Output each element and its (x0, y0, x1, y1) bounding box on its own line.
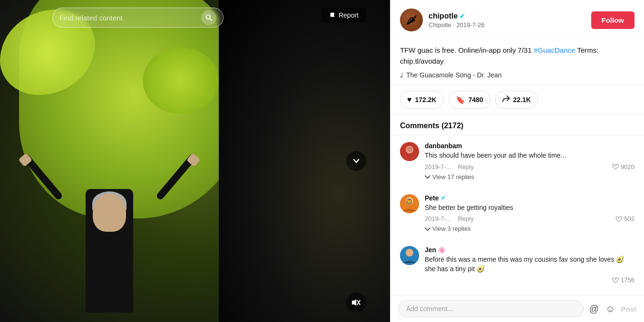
comment-avatar-jen[interactable] (400, 246, 419, 265)
commenter-name-2: Pete (425, 194, 439, 202)
video-panel: Report (0, 0, 390, 322)
commenter-name-1: danbanbam (425, 142, 462, 150)
view-replies-label-1: View 17 replies (432, 173, 474, 180)
follow-button[interactable]: Follow (591, 11, 635, 29)
saves-button[interactable]: 🔖 7480 (449, 91, 490, 109)
comment-like-2[interactable]: 502 (615, 215, 634, 222)
commenter-name-3: Jen (425, 246, 436, 254)
emoji-icon: ☺ (605, 303, 615, 314)
comment-meta-3: 1756 (425, 276, 634, 284)
person-body (86, 189, 133, 313)
likes-button[interactable]: ♥ 172.2K (400, 91, 444, 109)
profile-name: chipotle ✔ (429, 12, 585, 20)
avatar-image: 🌶 (400, 9, 423, 31)
view-replies-label-2: View 3 replies (432, 225, 471, 232)
comments-header: Comments (2172) (390, 115, 644, 135)
comment-username-1: danbanbam (425, 142, 634, 150)
comment-body-3: Jen 🌸 Before this was a meme this was my… (425, 246, 634, 284)
share-icon (502, 95, 510, 104)
mute-button[interactable] (346, 293, 366, 313)
bookmark-icon: 🔖 (456, 95, 465, 104)
post-text: TFW guac is free. Online/in-app only 7/3… (400, 45, 634, 66)
comment-input-bar: @ ☺ Post (390, 295, 644, 322)
music-line: ♩ The Guacamole Song - Dr. Jean (400, 71, 634, 79)
view-replies-button-2[interactable]: View 3 replies (425, 225, 471, 232)
comment-date-1: 2019-7-... (425, 163, 451, 170)
profile-info: chipotle ✔ Chipotle · 2019-7-26 (429, 12, 585, 28)
person-figure (48, 104, 171, 313)
search-icon[interactable] (201, 10, 216, 25)
post-hashtag[interactable]: #GuacDance (534, 46, 576, 54)
shares-button[interactable]: 22.1K (495, 91, 538, 109)
at-icon: @ (589, 303, 599, 314)
chevron-down-button[interactable] (346, 151, 366, 171)
right-panel: 🌶 chipotle ✔ Chipotle · 2019-7-26 Follow… (390, 0, 644, 322)
comment-meta-1: 2019-7-... Reply 9020 (425, 163, 634, 170)
comment-avatar-danbanbam[interactable] (400, 142, 419, 161)
song-title: The Guacamole Song - Dr. Jean (406, 71, 502, 79)
comment-like-count-3: 1756 (621, 276, 634, 284)
profile-header: 🌶 chipotle ✔ Chipotle · 2019-7-26 Follow (390, 0, 644, 38)
chipotle-logo-icon: 🌶 (406, 13, 417, 27)
emoji-button[interactable]: ☺ (605, 303, 616, 315)
pete-verified-icon: ✔ (441, 195, 446, 201)
at-mention-button[interactable]: @ (588, 303, 600, 315)
post-content: TFW guac is free. Online/in-app only 7/3… (390, 38, 644, 85)
comment-item-3: Jen 🌸 Before this was a meme this was my… (390, 239, 644, 291)
likes-count: 172.2K (415, 96, 437, 104)
stats-bar: ♥ 172.2K 🔖 7480 22.1K (390, 85, 644, 115)
svg-marker-2 (352, 299, 356, 306)
comment-text-2: She better be getting royalties (425, 203, 634, 213)
report-button[interactable]: Report (322, 8, 366, 23)
reply-button-1[interactable]: Reply (458, 163, 474, 170)
comment-avatar-pete[interactable]: 🦁 (400, 194, 419, 213)
svg-point-12 (406, 249, 413, 256)
comment-like-1[interactable]: 9020 (612, 163, 634, 170)
comment-username-3: Jen 🌸 (425, 246, 634, 254)
music-note-icon: ♩ (400, 71, 403, 79)
comment-text-1: This should have been your ad the whole … (425, 151, 634, 161)
comment-body-2: Pete ✔ She better be getting royalties 2… (425, 194, 634, 233)
report-label: Report (339, 11, 359, 19)
verified-badge-icon: ✔ (459, 12, 465, 20)
comment-meta-2: 2019-7-... Reply 502 (425, 215, 634, 222)
saves-count: 7480 (468, 96, 483, 104)
post-text-part1: TFW guac is free. Online/in-app only 7/3… (400, 46, 534, 54)
comments-section[interactable]: Comments (2172) danbanbam This should ha… (390, 115, 644, 295)
heart-icon: ♥ (407, 95, 412, 104)
svg-point-7 (407, 146, 412, 152)
comment-input-field[interactable] (398, 300, 584, 317)
search-input[interactable] (59, 14, 196, 22)
view-replies-button-1[interactable]: View 17 replies (425, 173, 474, 180)
person-head (93, 194, 126, 232)
comment-like-count-1: 9020 (621, 163, 634, 170)
comment-date-2: 2019-7-... (425, 215, 451, 222)
username-text: chipotle (429, 12, 458, 20)
shares-count: 22.1K (513, 96, 531, 104)
comment-body-1: danbanbam This should have been your ad … (425, 142, 634, 180)
comment-like-count-2: 502 (624, 215, 634, 222)
search-bar[interactable] (52, 8, 224, 28)
comment-item: danbanbam This should have been your ad … (390, 135, 644, 188)
avatar[interactable]: 🌶 (400, 9, 423, 31)
comment-text-3: Before this was a meme this was my cousi… (425, 255, 634, 274)
profile-sub-text: Chipotle · 2019-7-26 (429, 21, 585, 28)
svg-line-1 (210, 19, 212, 20)
comment-username-2: Pete ✔ (425, 194, 634, 202)
svg-text:🦁: 🦁 (406, 198, 413, 205)
post-comment-button[interactable]: Post (621, 305, 636, 313)
jen-emoji-icon: 🌸 (438, 246, 446, 254)
comment-like-3[interactable]: 1756 (612, 276, 634, 284)
reply-button-2[interactable]: Reply (458, 215, 474, 222)
comment-item-2: 🦁 Pete ✔ She better be getting royalties… (390, 188, 644, 240)
